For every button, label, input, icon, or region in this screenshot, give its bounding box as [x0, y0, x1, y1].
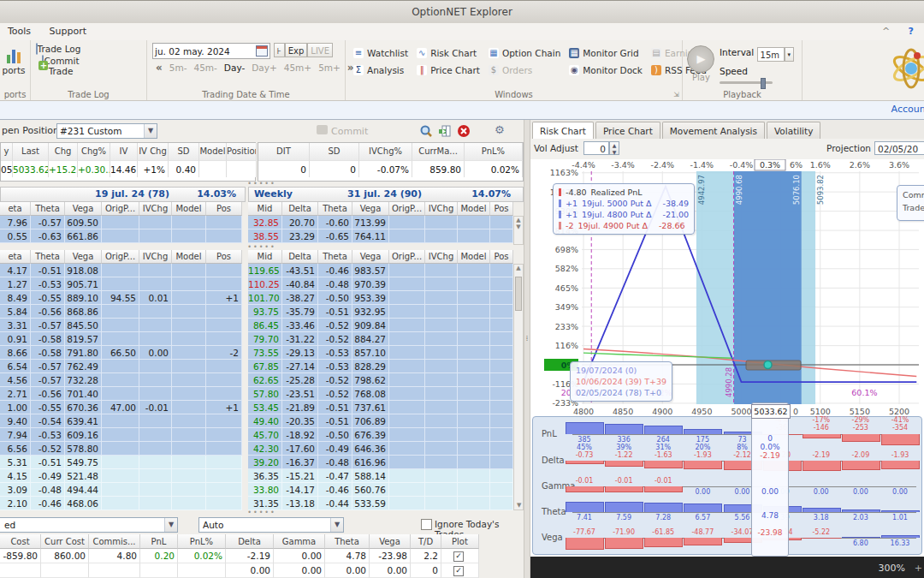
chain-row[interactable]: 9.40-0.54639.4149.40-20.35-0.51706.89: [0, 414, 524, 428]
risk-chart-button[interactable]: ∿Risk Chart: [414, 45, 483, 62]
quote-col-header: Last: [13, 143, 49, 160]
monitor-dock-button[interactable]: ◉Monitor Dock: [566, 62, 645, 79]
chain-row[interactable]: 8.66-0.58791.8066.500.00-273.55-29.13-0.…: [0, 346, 524, 360]
tab-price-chart[interactable]: Price Chart: [595, 122, 660, 140]
date-legend-box: 19/07/2024 (0)10/06/2024 (39) T+3902/05/…: [570, 361, 672, 402]
time-step-Dayplus[interactable]: Day+: [248, 63, 281, 73]
vol-adjust-stepper[interactable]: ▲▼: [609, 141, 619, 155]
chain-main-scrollbar[interactable]: ▲ ▼: [513, 264, 524, 510]
position-select[interactable]: #231 Custom ▼: [56, 123, 157, 139]
chain-row[interactable]: 2.71-0.56701.4057.80-23.51-0.52768.08: [0, 387, 524, 401]
plot-checkbox[interactable]: ✓: [453, 566, 464, 576]
price-chart-button[interactable]: ‖Price Chart: [414, 62, 483, 79]
interval-select[interactable]: 15m: [757, 47, 785, 62]
group-expand-icon[interactable]: ⇲: [673, 91, 679, 98]
current-column-value: -23.98: [752, 528, 788, 537]
time-button[interactable]: ⊦: [274, 43, 285, 57]
summary-row[interactable]: 0.000.000.000.000✓: [0, 563, 479, 578]
plot-checkbox[interactable]: ✓: [453, 551, 464, 562]
menu-bar: Tools Support ^ ?: [0, 23, 924, 40]
search-icon[interactable]: [419, 124, 433, 138]
chain-row[interactable]: 4.56-0.57732.2862.65-25.28-0.52798.62: [0, 373, 524, 387]
live-button[interactable]: LIVE: [307, 43, 333, 57]
vol-adjust-input[interactable]: 0: [583, 141, 609, 155]
menu-support[interactable]: Support: [42, 23, 94, 40]
risk-chart[interactable]: 4942.974990.685076.105093.824990.2820.8%…: [530, 159, 924, 416]
gear-icon[interactable]: ⚙: [495, 123, 505, 136]
chain-row[interactable]: 5.31-0.51549.7539.20-16.37-0.48616.96: [0, 456, 524, 469]
chain-col-header: OrigP...: [102, 202, 139, 216]
commit-button-disabled[interactable]: Commit: [317, 125, 368, 137]
summary-row[interactable]: -859.80860.004.800.200.02%-2.190.004.78-…: [0, 549, 479, 563]
export-table-icon[interactable]: [438, 124, 452, 138]
scroll-down-icon[interactable]: ▼: [517, 502, 521, 509]
reports-button[interactable]: ports: [0, 44, 27, 75]
skip-back-icon[interactable]: «: [152, 62, 166, 74]
svg-text:5000: 5000: [731, 407, 751, 416]
view-mode-select[interactable]: ed ▼: [0, 517, 178, 533]
commit-trade-button[interactable]: Commit Trade: [33, 56, 88, 76]
help-icon[interactable]: ?: [909, 26, 914, 37]
orders-button: $Orders: [486, 62, 563, 79]
svg-text:5150: 5150: [850, 407, 870, 416]
projection-date-input[interactable]: 02/05/20: [874, 141, 924, 155]
play-button[interactable]: ▶: [687, 45, 714, 73]
chain-col-header: Pos: [490, 250, 513, 264]
monitor-dock-icon: ◉: [569, 65, 579, 75]
chain-row[interactable]: 6.56-0.52578.8042.30-17.60-0.49646.36: [0, 442, 524, 456]
option-chain-button[interactable]: ▦Option Chain: [486, 45, 563, 62]
chain-col-header: Vega: [352, 250, 389, 264]
orders-icon: $: [489, 65, 499, 75]
chain-row[interactable]: 3.31-0.57845.5086.45-33.46-0.52909.84: [0, 319, 524, 332]
analysis-button[interactable]: ΣAnalysis: [351, 62, 411, 79]
calendar-icon[interactable]: [256, 45, 268, 57]
chain-row[interactable]: 4.17-0.51918.08119.65-43.51-0.46983.57: [0, 264, 524, 277]
time-step-5mminus[interactable]: 5m-: [166, 63, 191, 73]
tab-risk-chart[interactable]: Risk Chart: [532, 122, 594, 140]
chain-row[interactable]: 0.91-0.58819.5779.70-31.22-0.52884.27: [0, 332, 524, 346]
chain-row[interactable]: 5.84-0.56868.8693.75-35.79-0.51932.95: [0, 305, 524, 319]
interval-dropdown-icon[interactable]: ▾: [785, 47, 795, 62]
scrollbar-thumb[interactable]: [515, 277, 522, 311]
exp-button[interactable]: Exp: [285, 43, 308, 57]
current-column-value: 0.00: [752, 487, 788, 496]
tab-volatility[interactable]: Volatility: [767, 122, 820, 140]
chain-row[interactable]: 7.96-0.57609.5032.8520.70-0.60713.99: [0, 216, 524, 229]
trading-date-input[interactable]: ju. 02 may. 2024: [152, 43, 270, 59]
time-step-45mplus[interactable]: 45m+: [281, 63, 315, 73]
chain-col-header: IVChg: [425, 202, 458, 216]
chain-row[interactable]: 7.94-0.53609.1645.70-18.92-0.50676.39: [0, 428, 524, 442]
collapse-ribbon-icon[interactable]: ^: [882, 26, 890, 37]
quote-value: 0: [258, 160, 310, 177]
speed-slider[interactable]: [720, 81, 773, 84]
trade-log-button[interactable]: Trade Log: [33, 44, 83, 54]
chain-row[interactable]: 3.09-0.48494.4433.80-14.17-0.46560.76: [0, 483, 524, 497]
auto-select[interactable]: Auto ▼: [198, 517, 344, 533]
chain-top-scrollbar[interactable]: ▲▼: [513, 216, 524, 245]
zoom-in-icon[interactable]: +: [915, 563, 922, 574]
expiry-header-31jul[interactable]: Weekly 31 jul. 24 (90) 14.07%: [248, 187, 524, 202]
tab-movement-analysis[interactable]: Movement Analysis: [662, 122, 765, 140]
chain-row[interactable]: 6.54-0.57762.4967.85-27.14-0.53828.29: [0, 360, 524, 373]
expiry-header-19jul[interactable]: 19 jul. 24 (78) 14.03%: [0, 187, 246, 202]
panel-splitter[interactable]: ⁞: [524, 120, 530, 578]
chain-row[interactable]: 4.15-0.49521.4836.35-15.21-0.47588.14: [0, 469, 524, 483]
svg-text:698%: 698%: [555, 245, 578, 254]
ignore-todays-trades-checkbox[interactable]: [421, 519, 432, 530]
title-bar: OptionNET Explorer: [0, 0, 924, 23]
chain-row[interactable]: 0.55-0.63661.8638.5523.29-0.65764.11: [0, 229, 524, 243]
time-step-row: «5m-45m-Day-Day+45m+5m+»: [152, 62, 345, 74]
trade-legend-row: +119jul. 5000 Put Δ-38.49: [559, 198, 689, 209]
chain-row[interactable]: 8.49-0.55889.1094.550.01+1101.70-38.27-0…: [0, 291, 524, 305]
chain-row[interactable]: 1.27-0.53905.71110.25-40.84-0.48970.39: [0, 277, 524, 291]
time-step-Dayminus[interactable]: Day-: [221, 63, 248, 73]
account-tab[interactable]: Account: [891, 104, 924, 115]
menu-tools[interactable]: Tools: [0, 23, 38, 40]
monitor-grid-button[interactable]: ▦Monitor Grid: [566, 45, 645, 62]
time-step-5mplus[interactable]: 5m+: [315, 63, 344, 73]
close-position-icon[interactable]: [457, 124, 471, 138]
watchlist-button[interactable]: ≡Watchlist: [351, 45, 411, 62]
time-step-45mminus[interactable]: 45m-: [190, 63, 220, 73]
svg-text:-4.4%: -4.4%: [572, 160, 595, 170]
chain-row[interactable]: 1.00-0.55670.3647.00-0.01+153.45-21.89-0…: [0, 401, 524, 414]
